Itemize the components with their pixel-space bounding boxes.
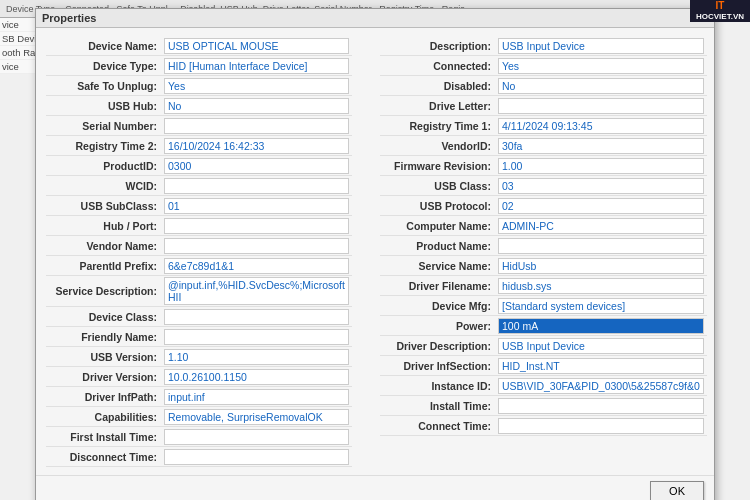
ok-button[interactable]: OK <box>650 481 704 500</box>
field-value: 01 <box>164 198 349 214</box>
field-label: Friendly Name: <box>46 329 161 345</box>
field-row: USB Protocol:02 <box>380 196 707 216</box>
field-value: 6&e7c89d1&1 <box>164 258 349 274</box>
field-row: Driver Version:10.0.26100.1150 <box>46 367 352 387</box>
field-value <box>164 238 349 254</box>
field-value: 1.10 <box>164 349 349 365</box>
field-label: Driver InfPath: <box>46 389 161 405</box>
dialog-title: Properties <box>42 12 96 24</box>
field-label: Install Time: <box>380 398 495 414</box>
field-label: Product Name: <box>380 238 495 254</box>
field-value: 03 <box>498 178 704 194</box>
field-row: Safe To Unplug:Yes <box>46 76 352 96</box>
field-label: Disconnect Time: <box>46 449 161 465</box>
field-value <box>164 449 349 465</box>
field-value <box>164 218 349 234</box>
field-row: Device Class: <box>46 307 352 327</box>
properties-dialog: Properties Device Name:USB OPTICAL MOUSE… <box>35 8 715 500</box>
field-value: ADMIN-PC <box>498 218 704 234</box>
field-row: Power:100 mA <box>380 316 707 336</box>
field-value: USB\VID_30FA&PID_0300\5&25587c9f&0 <box>498 378 704 394</box>
field-row: Drive Letter: <box>380 96 707 116</box>
field-value <box>164 329 349 345</box>
field-label: USB Hub: <box>46 98 161 114</box>
field-value: 16/10/2024 16:42:33 <box>164 138 349 154</box>
field-label: USB Class: <box>380 178 495 194</box>
field-label: USB Version: <box>46 349 161 365</box>
field-value: input.inf <box>164 389 349 405</box>
dialog-titlebar: Properties <box>36 9 714 28</box>
field-value: No <box>498 78 704 94</box>
field-row: Disconnect Time: <box>46 447 352 467</box>
field-value <box>498 238 704 254</box>
field-row: Driver Description:USB Input Device <box>380 336 707 356</box>
field-row: USB Hub:No <box>46 96 352 116</box>
field-label: Firmware Revision: <box>380 158 495 174</box>
field-value <box>164 118 349 134</box>
site-name: HOCVIET.VN <box>696 12 744 21</box>
field-row: Registry Time 1:4/11/2024 09:13:45 <box>380 116 707 136</box>
field-label: USB SubClass: <box>46 198 161 214</box>
field-value: HidUsb <box>498 258 704 274</box>
field-label: Disabled: <box>380 78 495 94</box>
field-row: Connected:Yes <box>380 56 707 76</box>
field-row: Driver InfSection:HID_Inst.NT <box>380 356 707 376</box>
field-value: 100 mA <box>498 318 704 334</box>
field-label: Description: <box>380 38 495 54</box>
field-label: Serial Number: <box>46 118 161 134</box>
field-label: ParentId Prefix: <box>46 258 161 274</box>
field-row: USB SubClass:01 <box>46 196 352 216</box>
field-row: Description:USB Input Device <box>380 36 707 56</box>
field-value <box>164 309 349 325</box>
field-value: @input.inf,%HID.SvcDesc%;Microsoft HII <box>164 277 349 305</box>
field-label: ProductID: <box>46 158 161 174</box>
field-row: Connect Time: <box>380 416 707 436</box>
field-value: USB Input Device <box>498 38 704 54</box>
field-label: Instance ID: <box>380 378 495 394</box>
field-row: Registry Time 2:16/10/2024 16:42:33 <box>46 136 352 156</box>
field-label: Vendor Name: <box>46 238 161 254</box>
field-value: [Standard system devices] <box>498 298 704 314</box>
field-value: Yes <box>164 78 349 94</box>
field-label: Device Type: <box>46 58 161 74</box>
field-label: Device Mfg: <box>380 298 495 314</box>
field-label: Connected: <box>380 58 495 74</box>
field-value: USB Input Device <box>498 338 704 354</box>
field-label: Registry Time 1: <box>380 118 495 134</box>
field-value: 0300 <box>164 158 349 174</box>
it-logo: IT <box>716 0 725 11</box>
field-label: First Install Time: <box>46 429 161 445</box>
field-row: Product Name: <box>380 236 707 256</box>
field-row: Serial Number: <box>46 116 352 136</box>
field-label: WCID: <box>46 178 161 194</box>
field-row: Driver InfPath:input.inf <box>46 387 352 407</box>
dialog-body: Device Name:USB OPTICAL MOUSEDevice Type… <box>36 28 714 475</box>
field-row: ProductID:0300 <box>46 156 352 176</box>
field-label: VendorID: <box>380 138 495 154</box>
field-label: Driver InfSection: <box>380 358 495 374</box>
field-value: 30fa <box>498 138 704 154</box>
field-label: Capabilities: <box>46 409 161 425</box>
field-row: Capabilities:Removable, SurpriseRemovalO… <box>46 407 352 427</box>
field-label: Driver Version: <box>46 369 161 385</box>
field-row: Device Mfg:[Standard system devices] <box>380 296 707 316</box>
field-value: hidusb.sys <box>498 278 704 294</box>
field-value: Removable, SurpriseRemovalOK <box>164 409 349 425</box>
field-value <box>498 398 704 414</box>
field-row: Service Description:@input.inf,%HID.SvcD… <box>46 276 352 307</box>
field-row: Service Name:HidUsb <box>380 256 707 276</box>
field-value: 10.0.26100.1150 <box>164 369 349 385</box>
field-row: USB Version:1.10 <box>46 347 352 367</box>
field-row: Hub / Port: <box>46 216 352 236</box>
field-label: Computer Name: <box>380 218 495 234</box>
field-row: Driver Filename:hidusb.sys <box>380 276 707 296</box>
field-row: First Install Time: <box>46 427 352 447</box>
field-value: HID_Inst.NT <box>498 358 704 374</box>
field-row: Computer Name:ADMIN-PC <box>380 216 707 236</box>
field-label: USB Protocol: <box>380 198 495 214</box>
it-badge: IT HOCVIET.VN <box>690 0 750 22</box>
field-row: Instance ID:USB\VID_30FA&PID_0300\5&2558… <box>380 376 707 396</box>
field-row: VendorID:30fa <box>380 136 707 156</box>
field-value <box>498 98 704 114</box>
field-label: Power: <box>380 318 495 334</box>
